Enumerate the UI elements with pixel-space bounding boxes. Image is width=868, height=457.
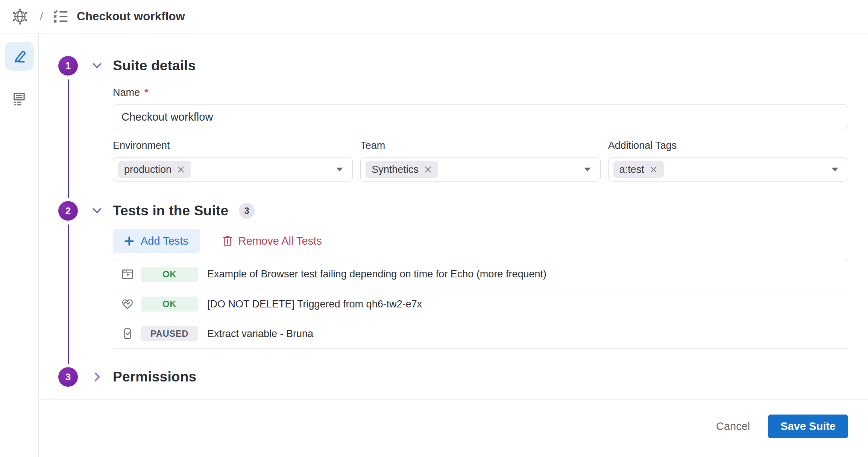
step-permissions: 3 Permissions [58,367,848,387]
name-field-label: Name * [113,87,848,98]
additional-tags-label: Additional Tags [608,140,848,151]
environment-chip: production [118,161,191,178]
tag-chip: a:test [613,161,664,178]
top-header: / Checkout workflow [0,0,868,33]
test-name: [DO NOT DELETE] Triggered from qh6-tw2-e… [207,298,422,310]
team-select[interactable]: Synthetics [360,157,600,182]
cancel-button[interactable]: Cancel [716,420,750,433]
step-header[interactable]: 3 Permissions [58,367,848,387]
app-window: / Checkout workflow [0,0,868,457]
page-title: Checkout workflow [77,10,185,23]
section-title: Suite details [113,58,196,74]
remove-all-tests-button[interactable]: Remove All Tests [222,235,322,247]
team-field: Team Synthetics [360,140,600,182]
chevron-down-icon[interactable] [91,60,103,71]
step-number-badge: 2 [58,201,78,221]
test-list: OK Example of Browser test failing depen… [113,259,848,349]
mobile-test-icon [121,327,134,340]
caret-down-icon [831,167,839,172]
main-content: 1 Suite details Name * [39,33,868,399]
status-badge: PAUSED [141,326,198,341]
suite-name-input[interactable] [113,104,848,129]
test-row[interactable]: OK [DO NOT DELETE] Triggered from qh6-tw… [113,289,848,319]
browser-test-icon [121,268,134,281]
chevron-right-icon[interactable] [91,371,103,383]
additional-tags-select[interactable]: a:test [608,157,848,182]
additional-tags-field: Additional Tags a:test [608,140,848,182]
breadcrumb-separator: / [40,10,43,23]
footer-bar: Cancel Save Suite [39,399,868,457]
required-asterisk: * [144,87,149,98]
environment-select[interactable]: production [113,157,353,182]
chip-remove-icon[interactable] [177,165,185,174]
pencil-edit-icon [11,48,27,65]
step-number-badge: 3 [58,367,78,387]
synthetics-globe-icon[interactable] [11,8,29,25]
plus-icon [124,236,134,246]
test-row[interactable]: PAUSED Extract variable - Bruna [113,319,848,348]
section-title: Permissions [113,369,196,385]
chip-remove-icon[interactable] [424,165,432,174]
status-badge: OK [141,267,198,282]
test-count-badge: 3 [239,203,255,219]
environment-label: Environment [113,140,353,151]
chip-remove-icon[interactable] [649,165,658,174]
step-tests-in-suite: 2 Tests in the Suite 3 [58,201,848,367]
left-sidebar [0,33,39,457]
api-test-icon [121,298,134,310]
test-name: Example of Browser test failing dependin… [207,268,546,280]
test-row[interactable]: OK Example of Browser test failing depen… [113,259,848,289]
suite-checklist-icon [53,9,68,24]
caret-down-icon [336,167,343,172]
add-tests-button[interactable]: Add Tests [113,229,200,253]
environment-field: Environment production [113,140,353,182]
trash-icon [222,235,233,247]
sidebar-item-summary[interactable] [5,84,34,113]
save-suite-button[interactable]: Save Suite [768,415,848,438]
test-name: Extract variable - Bruna [207,328,313,340]
form-summary-icon [11,91,27,107]
step-suite-details: 1 Suite details Name * [58,56,848,201]
step-header[interactable]: 2 Tests in the Suite 3 [58,201,848,221]
status-badge: OK [141,297,198,312]
team-chip: Synthetics [366,161,438,178]
team-label: Team [360,140,600,151]
step-header[interactable]: 1 Suite details [58,56,848,76]
sidebar-item-edit[interactable] [5,42,34,71]
step-number-badge: 1 [58,56,78,76]
chevron-down-icon[interactable] [91,205,103,216]
section-title: Tests in the Suite [113,203,228,219]
caret-down-icon [584,167,591,172]
